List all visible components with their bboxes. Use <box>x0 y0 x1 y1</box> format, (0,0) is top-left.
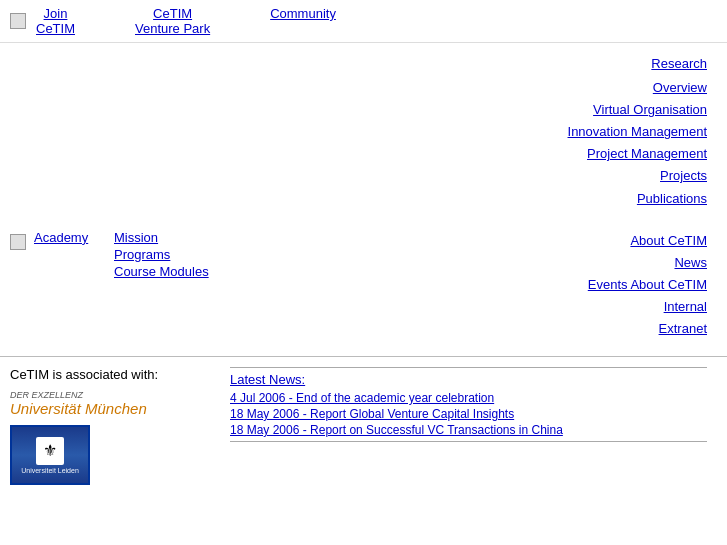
extranet-link[interactable]: Extranet <box>659 318 707 340</box>
logo-icon <box>10 13 26 30</box>
research-overview-link[interactable]: Overview <box>653 77 707 99</box>
internal-link[interactable]: Internal <box>664 296 707 318</box>
associated-section: CeTIM is associated with: DER EXZELLENZ … <box>10 367 230 485</box>
cetim-venture-line1[interactable]: CeTIM <box>153 6 192 21</box>
research-links: Research Overview Virtual Organisation I… <box>190 53 717 210</box>
about-cetim-links: About CeTIM News Events About CeTIM Inte… <box>244 230 717 340</box>
nav-group-venture: CeTIM Venture Park <box>135 6 210 36</box>
academy-icon-area <box>10 234 26 251</box>
top-nav-links: Join CeTIM CeTIM Venture Park Community <box>36 6 717 36</box>
community-link[interactable]: Community <box>270 6 336 21</box>
research-innovation-link[interactable]: Innovation Management <box>568 121 707 143</box>
body-left-spacer <box>10 53 190 210</box>
academy-section: Academy <box>34 230 114 245</box>
lmu-name: Universität München <box>10 400 230 417</box>
university-logos: DER EXZELLENZ Universität München ⚜ Univ… <box>10 390 230 485</box>
news-heading[interactable]: Latest News: <box>230 372 707 387</box>
leiden-crest: ⚜ <box>36 437 64 465</box>
second-section: Academy Mission Programs Course Modules … <box>0 220 727 350</box>
leiden-text: Universiteit Leiden <box>21 467 79 474</box>
research-heading-link[interactable]: Research <box>651 53 707 75</box>
academy-icon <box>10 234 26 250</box>
research-virtual-org-link[interactable]: Virtual Organisation <box>593 99 707 121</box>
research-section: Research Overview Virtual Organisation I… <box>0 43 727 220</box>
research-project-mgmt-link[interactable]: Project Management <box>587 143 707 165</box>
news-item-1[interactable]: 4 Jul 2006 - End of the academic year ce… <box>230 391 707 405</box>
academy-link[interactable]: Academy <box>34 230 88 245</box>
top-nav: Join CeTIM CeTIM Venture Park Community <box>0 0 727 43</box>
leiden-logo-box: ⚜ Universiteit Leiden <box>10 425 90 485</box>
programs-link[interactable]: Programs <box>114 247 244 262</box>
nav-group-community: Community <box>270 6 336 36</box>
news-bottom-divider <box>230 441 707 442</box>
news-link[interactable]: News <box>674 252 707 274</box>
news-section: Latest News: 4 Jul 2006 - End of the aca… <box>230 367 717 485</box>
research-projects-link[interactable]: Projects <box>660 165 707 187</box>
associated-label: CeTIM is associated with: <box>10 367 230 382</box>
news-item-2[interactable]: 18 May 2006 - Report Global Venture Capi… <box>230 407 707 421</box>
about-cetim-heading-link[interactable]: About CeTIM <box>630 230 707 252</box>
news-item-3[interactable]: 18 May 2006 - Report on Successful VC Tr… <box>230 423 707 437</box>
news-top-divider <box>230 367 707 368</box>
bottom-section: CeTIM is associated with: DER EXZELLENZ … <box>0 356 727 495</box>
research-publications-link[interactable]: Publications <box>637 188 707 210</box>
cetim-link[interactable]: CeTIM <box>36 21 75 36</box>
join-link[interactable]: Join <box>44 6 68 21</box>
mission-links: Mission Programs Course Modules <box>114 230 244 279</box>
cetim-venture-line2[interactable]: Venture Park <box>135 21 210 36</box>
mission-link[interactable]: Mission <box>114 230 244 245</box>
lmu-small-text: DER EXZELLENZ <box>10 390 230 400</box>
events-link[interactable]: Events About CeTIM <box>588 274 707 296</box>
lmu-logo: DER EXZELLENZ Universität München <box>10 390 230 417</box>
course-modules-link[interactable]: Course Modules <box>114 264 244 279</box>
nav-group-join-cetim: Join CeTIM <box>36 6 75 36</box>
logo-image-icon <box>10 13 26 29</box>
